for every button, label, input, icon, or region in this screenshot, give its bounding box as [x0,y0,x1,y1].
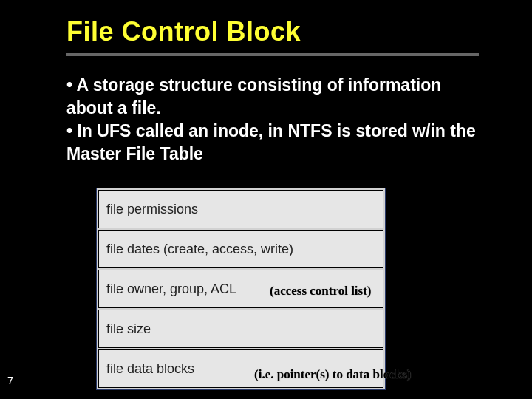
fcb-row-dates: file dates (create, access, write) [98,230,383,268]
title-underline [66,53,479,56]
fcb-row-size: file size [98,310,383,348]
slide-title: File Control Block [66,16,301,47]
fcb-row-label: file permissions [106,202,198,217]
fcb-row-label: file dates (create, access, write) [106,242,293,257]
slide: File Control Block • A storage structure… [0,0,532,399]
annotation-pointers: (i.e. pointer(s) to data blocks) [254,367,411,382]
bullet-item: • In UFS called an inode, in NTFS is sto… [66,120,480,166]
fcb-row-permissions: file permissions [98,190,383,228]
bullet-list: • A storage structure consisting of info… [66,74,480,166]
fcb-row-label: file data blocks [106,361,194,377]
page-number: 7 [7,374,13,386]
fcb-row-label: file owner, group, ACL [106,282,236,297]
annotation-acl: (access control list) [270,284,372,299]
fcb-row-label: file size [106,321,151,337]
bullet-item: • A storage structure consisting of info… [66,74,480,120]
